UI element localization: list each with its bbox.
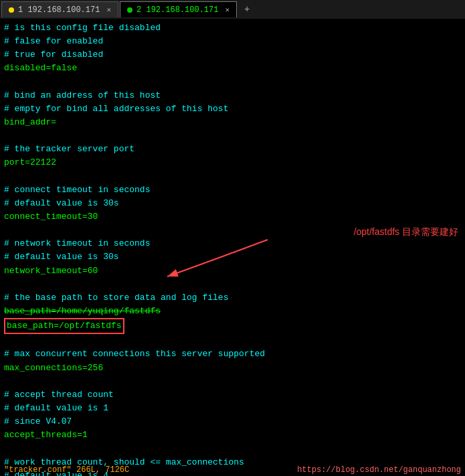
- tab-1[interactable]: 1 192.168.100.171 ✕: [1, 1, 118, 17]
- code-lines: # is this config file disabled# false fo…: [4, 21, 461, 476]
- code-line: disabled=false: [4, 62, 461, 75]
- strikethrough-line: base_path=/home/yuqing/fastdfs: [4, 306, 161, 316]
- code-line: # max concurrent connections this server…: [4, 347, 461, 361]
- tab-bar: 1 192.168.100.171 ✕ 2 192.168.100.171 ✕ …: [0, 0, 465, 19]
- code-line: # default value is 30s: [4, 250, 461, 264]
- code-line: [4, 170, 461, 183]
- code-line: [4, 442, 461, 455]
- code-line: port=22122: [4, 156, 461, 169]
- code-line: # false for enabled: [4, 35, 461, 48]
- tab-dot-1: [9, 7, 14, 13]
- tab-dot-2: [127, 7, 132, 13]
- code-line: # default value is 1: [4, 402, 461, 415]
- code-line: [4, 76, 461, 89]
- code-line: # connect timeout in seconds: [4, 183, 461, 197]
- tab-1-close[interactable]: ✕: [106, 5, 111, 14]
- code-line: # true for disabled: [4, 48, 461, 62]
- code-line: # accept thread count: [4, 388, 461, 402]
- code-line: accept_threads=1: [4, 428, 461, 442]
- file-info: "tracker.conf" 266L, 7126C: [4, 465, 129, 475]
- code-line: # default value is 30s: [4, 197, 461, 210]
- code-line: # network timeout in seconds: [4, 237, 461, 250]
- code-line: # empty for bind all addresses of this h…: [4, 102, 461, 116]
- highlighted-line: base_path=/opt/fastdfs: [4, 318, 124, 334]
- code-line: [4, 334, 461, 347]
- tab-2[interactable]: 2 192.168.100.171 ✕: [120, 1, 237, 17]
- code-line: connect_timeout=30: [4, 210, 461, 224]
- code-line: # the tracker server port: [4, 143, 461, 156]
- code-line: [4, 278, 461, 291]
- code-line: bind_addr=: [4, 116, 461, 129]
- code-line: # bind an address of this host: [4, 89, 461, 102]
- code-line: base_path=/opt/fastdfs: [4, 318, 461, 334]
- code-line: [4, 375, 461, 388]
- csdn-link: https://blog.csdn.net/ganquanzhong: [297, 465, 461, 475]
- tab-2-label: 2 192.168.100.171: [136, 5, 218, 15]
- code-line: [4, 224, 461, 237]
- code-line: # the base path to store data and log fi…: [4, 291, 461, 305]
- terminal: # is this config file disabled# false fo…: [0, 19, 465, 476]
- code-line: base_path=/home/yuqing/fastdfs: [4, 305, 461, 318]
- new-tab-button[interactable]: +: [240, 2, 254, 17]
- tab-2-close[interactable]: ✕: [225, 5, 229, 14]
- code-line: # since V4.07: [4, 415, 461, 428]
- code-line: max_connections=256: [4, 362, 461, 375]
- code-line: network_timeout=60: [4, 264, 461, 278]
- code-line: [4, 129, 461, 143]
- code-line: # is this config file disabled: [4, 21, 461, 35]
- status-bar: "tracker.conf" 266L, 7126C https://blog.…: [0, 464, 465, 476]
- tab-1-label: 1 192.168.100.171: [18, 5, 100, 15]
